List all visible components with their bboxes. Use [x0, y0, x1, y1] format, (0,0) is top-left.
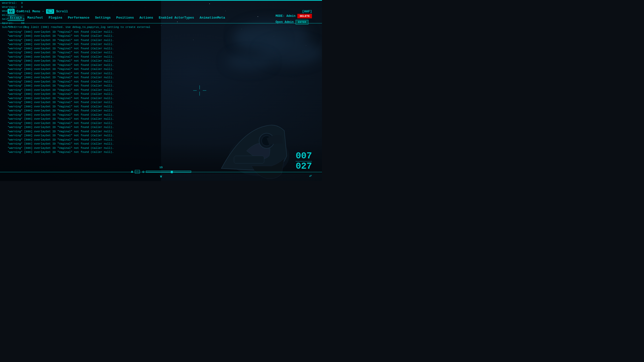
warning-line-10: *warning* [086] overlaySet ID "Vaginal" …: [8, 71, 151, 76]
warning-line-22: *warning* [086] overlaySet ID "Vaginal" …: [8, 121, 151, 125]
crosshair-left: [193, 90, 197, 91]
warning-line-5: *warning* [086] overlaySet ID "Vaginal" …: [8, 51, 151, 55]
warning-line-27: *warning* [086] overlaySet ID "Vaginal" …: [8, 142, 151, 146]
warning-line-11: *warning* [086] overlaySet ID "Vaginal" …: [8, 75, 151, 80]
warning-line-8: *warning* [086] overlaySet ID "Vaginal" …: [8, 63, 151, 67]
svg-rect-3: [11, 12, 12, 12]
compass-position-marker: [171, 171, 173, 173]
warning-line-29: *warning* [086] overlaySet ID "Vaginal" …: [8, 150, 151, 154]
vehicle-icon: ▭: [135, 170, 140, 173]
crosshair: [193, 85, 206, 96]
error-log-panel: *** Error log limit (300) reached. Use d…: [8, 25, 151, 171]
tab-enabled-actor-types[interactable]: Enabled ActorTypes: [156, 15, 196, 21]
tab-manifest[interactable]: Manifest: [25, 15, 46, 21]
warning-line-26: *warning* [086] overlaySet ID "Vaginal" …: [8, 138, 151, 142]
warning-line-24: *warning* [086] overlaySet ID "Vaginal" …: [8, 129, 151, 134]
compass-number: 15: [159, 166, 163, 169]
open-admin-label: Open Admin: [275, 20, 294, 24]
ammo-current: 007: [296, 152, 312, 161]
warning-line-3: *warning* [086] overlaySet ID "Vaginal" …: [8, 42, 151, 47]
tab-plugins[interactable]: Plugins: [46, 15, 65, 21]
svg-rect-2: [11, 11, 13, 11]
tab-positions[interactable]: Positions: [114, 15, 136, 21]
mode-panel: MODE: Admin DELETE Open Admin ENTER: [275, 14, 312, 24]
crosshair-vertical-bottom: [199, 92, 200, 96]
warning-lines-container: *warning* [086] overlaySet ID "Vaginal" …: [8, 30, 151, 154]
gear-icon: ⚙: [142, 170, 144, 174]
ammo-counter: 007 027: [296, 152, 312, 171]
enter-button[interactable]: ENTER: [296, 20, 308, 24]
player-icon: ▲: [131, 169, 133, 174]
delete-button[interactable]: DELETE: [297, 14, 312, 18]
aaf-label: [AAF]: [302, 10, 312, 13]
stat-label-wearoral: WearOral:: [2, 1, 20, 5]
warning-line-4: *warning* [086] overlaySet ID "Vaginal" …: [8, 47, 151, 51]
mode-row-open-admin: Open Admin ENTER: [275, 20, 312, 24]
crosshair-vertical-top: [199, 85, 200, 89]
svg-rect-9: [234, 156, 264, 163]
warning-line-17: *warning* [086] overlaySet ID "Vaginal" …: [8, 100, 151, 105]
warning-line-19: *warning* [086] overlaySet ID "Vaginal" …: [8, 109, 151, 113]
control-menu-label: Control Menu -: [17, 10, 44, 13]
weapon-area: [156, 50, 297, 181]
crosshair-horizontal: [193, 90, 206, 91]
tab-actions[interactable]: Actions: [137, 15, 156, 21]
tab-errors[interactable]: Errors: [8, 15, 24, 21]
warning-line-18: *warning* [086] overlaySet ID "Vaginal" …: [8, 105, 151, 109]
warning-line-12: *warning* [086] overlaySet ID "Vaginal" …: [8, 80, 151, 84]
control-menu-icon: [8, 9, 15, 14]
warning-line-25: *warning* [086] overlaySet ID "Vaginal" …: [8, 133, 151, 138]
compass-direction: W: [160, 175, 162, 178]
warning-line-2: *warning* [086] overlaySet ID "Vaginal" …: [8, 38, 151, 42]
stat-val-wearoral: 0: [21, 1, 23, 5]
nav-tabs-bar: Errors Manifest Plugins Performance Sett…: [8, 15, 228, 21]
warning-line-16: *warning* [086] overlaySet ID "Vaginal" …: [8, 96, 151, 101]
warning-line-21: *warning* [086] overlaySet ID "Vaginal" …: [8, 117, 151, 121]
scroll-label: Scroll: [56, 10, 68, 13]
compass-bar-container: ▲ ▭ ⚙: [131, 169, 191, 174]
error-header-line: *** Error log limit (300) reached. Use d…: [8, 25, 151, 29]
tab-settings[interactable]: Settings: [93, 15, 113, 21]
warning-line-15: *warning* [086] overlaySet ID "Vaginal" …: [8, 92, 151, 96]
control-menu-bar: Control Menu - ⇔ Scroll: [8, 9, 314, 14]
hud-bottom: 15 ▲ ▭ ⚙ W: [131, 166, 191, 178]
tab-performance[interactable]: Performance: [65, 15, 92, 21]
ammo-total: 027: [296, 162, 312, 171]
compass-bar: [146, 171, 191, 173]
warning-line-0: *warning* [086] overlaySet ID "Vaginal" …: [8, 30, 151, 34]
tab-animation-meta[interactable]: AnimationMeta: [197, 15, 227, 21]
warning-line-13: *warning* [086] overlaySet ID "Vaginal" …: [8, 84, 151, 88]
warning-line-20: *warning* [086] overlaySet ID "Vaginal" …: [8, 113, 151, 117]
warning-line-1: *warning* [086] overlaySet ID "Vaginal" …: [8, 34, 151, 38]
top-border-line: [0, 0, 322, 1]
crosshair-right: [203, 90, 206, 91]
warning-line-9: *warning* [086] overlaySet ID "Vaginal" …: [8, 67, 151, 71]
svg-text:⇔: ⇔: [48, 10, 50, 12]
svg-point-1: [9, 11, 10, 12]
scroll-icon: ⇔: [46, 9, 54, 14]
warning-line-23: *warning* [086] overlaySet ID "Vaginal" …: [8, 125, 151, 129]
warning-line-6: *warning* [086] overlaySet ID "Vaginal" …: [8, 55, 151, 59]
nav-divider: [0, 23, 322, 23]
warning-line-14: *warning* [086] overlaySet ID "Vaginal" …: [8, 88, 151, 92]
mode-label: MODE: Admin: [275, 14, 295, 18]
mode-row-admin: MODE: Admin DELETE: [275, 14, 312, 18]
warning-line-7: *warning* [086] overlaySet ID "Vaginal" …: [8, 59, 151, 63]
warning-line-28: *warning* [086] overlaySet ID "Vaginal" …: [8, 146, 151, 150]
stat-row-wearoral: WearOral: 0: [2, 1, 26, 5]
